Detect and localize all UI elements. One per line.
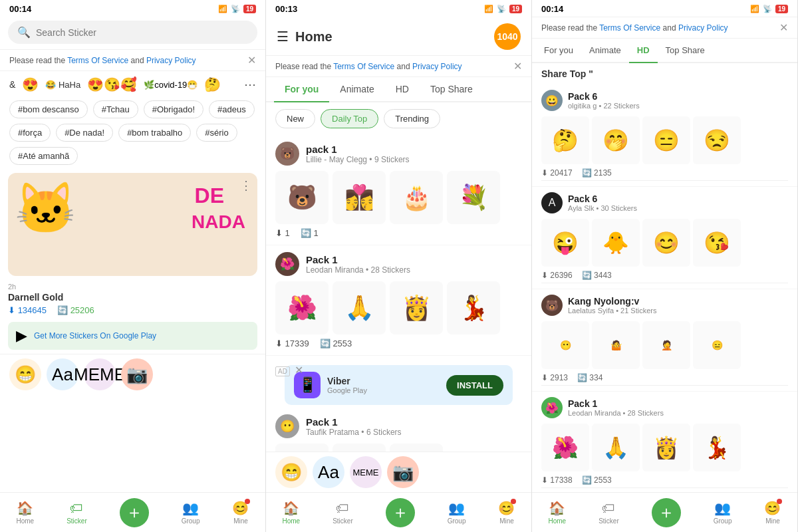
notice-close-2[interactable]: ✕ — [513, 60, 522, 72]
card-more-icon[interactable]: ⋮ — [240, 178, 252, 193]
notice-text-3: Please read the — [541, 23, 597, 33]
tab3-hd[interactable]: HD — [629, 39, 658, 63]
sticker-icon-meme-2[interactable]: MEME — [350, 456, 382, 488]
sticker3-3-4[interactable]: 😑 — [693, 321, 741, 369]
filter-new[interactable]: New — [275, 109, 315, 128]
sticker3-1-3[interactable]: 😑 — [642, 116, 690, 164]
hamburger-icon[interactable]: ☰ — [277, 29, 289, 45]
nav-add-btn-1[interactable]: ＋ — [120, 498, 149, 527]
sticker3-2-3[interactable]: 😊 — [642, 219, 690, 267]
tab-animate[interactable]: Animate — [329, 77, 384, 102]
sticker3-4-4[interactable]: 💃 — [693, 424, 741, 471]
filter-trending[interactable]: Trending — [384, 109, 440, 128]
privacy-link-1[interactable]: Privacy Policy — [146, 56, 196, 65]
sticker3-2-1[interactable]: 😜 — [541, 219, 589, 267]
sticker3-4-1[interactable]: 🌺 — [541, 424, 589, 471]
sticker-icon-camera-2[interactable]: 📷 — [387, 456, 419, 488]
ad-close[interactable]: ✕ — [295, 364, 303, 376]
sticker-2-3[interactable]: 👸 — [390, 281, 443, 334]
search-input[interactable] — [36, 27, 248, 38]
nav-add-btn-2[interactable]: ＋ — [386, 498, 415, 527]
pack-header-1: 🐻 pack 1 Lillie - May Clegg • 9 Stickers — [275, 142, 522, 166]
hashtag-obrigado[interactable]: #Obrigado! — [144, 100, 203, 118]
search-bar[interactable]: 🔍 — [8, 21, 257, 44]
sticker3-1-2[interactable]: 🤭 — [592, 116, 640, 164]
nav-group-1[interactable]: 👥 Group — [182, 500, 200, 525]
emoji-face[interactable]: 😍 — [22, 76, 39, 92]
sticker-icon-meme[interactable]: MEME — [84, 358, 116, 390]
sticker-icon-camera[interactable]: 📷 — [121, 358, 153, 390]
install-button[interactable]: INSTALL — [446, 375, 503, 396]
haha-emoji[interactable]: 😂 HaHa — [45, 80, 80, 90]
emoji-love[interactable]: 😍😘🥰 — [87, 76, 137, 92]
de-text: DE — [195, 184, 224, 208]
sticker-1-2[interactable]: 👩‍❤️‍💋‍👩 — [332, 171, 386, 224]
sticker3-4-2[interactable]: 🙏 — [592, 424, 640, 471]
gplay-link[interactable]: Get More Stickers On Google Play — [34, 331, 156, 340]
pack3-header-2: A Pack 6 Ayla Slk • 30 Stickers — [541, 192, 788, 213]
hashtag-denada[interactable]: #De nada! — [56, 124, 113, 142]
tab-hd[interactable]: HD — [385, 77, 420, 102]
sticker-icon-emoji-2[interactable]: 😁 — [275, 456, 307, 488]
notice-close-1[interactable]: ✕ — [247, 54, 256, 66]
sticker3-3-2[interactable]: 🤷 — [592, 321, 640, 369]
nav-mine-3[interactable]: 😊 Mine — [764, 500, 781, 525]
hashtag-serio[interactable]: #sério — [196, 124, 237, 142]
filter-daily-top[interactable]: Daily Top — [321, 109, 378, 128]
pack3-card-3: 🐻 Kang Nyolong:v Laelatus Syifa • 21 Sti… — [532, 289, 797, 392]
nav-group-3[interactable]: 👥 Group — [714, 500, 732, 525]
hashtag-tchau[interactable]: #Tchau — [93, 100, 138, 118]
notice-close-3[interactable]: ✕ — [779, 21, 788, 34]
nav-mine-2[interactable]: 😊 Mine — [498, 500, 515, 525]
hashtag-bom-trabalho[interactable]: #bom trabalho — [118, 124, 191, 142]
nav-add-btn-3[interactable]: ＋ — [652, 498, 681, 527]
nav-home-2[interactable]: 🏠 Home — [282, 500, 300, 525]
tab-for-you[interactable]: For you — [274, 77, 329, 102]
hashtag-ate-amanha[interactable]: #Até amanhã — [9, 147, 78, 165]
sticker-2-4[interactable]: 💃 — [447, 281, 500, 334]
sticker-1-1[interactable]: 🐻 — [275, 171, 329, 224]
sticker3-3-3[interactable]: 🤦 — [642, 321, 690, 369]
sticker3-1-1[interactable]: 🤔 — [541, 116, 589, 164]
nav-group-2[interactable]: 👥 Group — [448, 500, 466, 525]
emoji-think[interactable]: 🤔 — [204, 76, 221, 92]
sticker-1-3[interactable]: 🎂 — [390, 171, 443, 224]
sticker-icon-aa-2[interactable]: Aa — [313, 456, 344, 488]
card-creator-name: Darnell Gold — [0, 292, 265, 303]
terms-link-1[interactable]: Terms Of Service — [67, 56, 128, 65]
nav-home-1[interactable]: 🏠 Home — [16, 500, 34, 525]
sticker-2-1[interactable]: 🌺 — [275, 281, 329, 334]
gplay-banner[interactable]: ▶ Get More Stickers On Google Play — [8, 322, 257, 350]
sticker3-2-2[interactable]: 🐥 — [592, 219, 640, 267]
tab-top-share[interactable]: Top Share — [420, 77, 483, 102]
nav-sticker-2[interactable]: 🏷 Sticker — [332, 501, 353, 525]
emoji-covid[interactable]: 🌿covid-19😷 — [144, 80, 198, 90]
terms-link-3[interactable]: Terms Of Service — [599, 23, 660, 33]
hashtag-forca[interactable]: #força — [9, 124, 51, 142]
nav-sticker-3[interactable]: 🏷 Sticker — [598, 501, 619, 525]
privacy-link-3[interactable]: Privacy Policy — [678, 23, 728, 33]
privacy-link-2[interactable]: Privacy Policy — [412, 62, 462, 71]
sticker3-2-4[interactable]: 😘 — [693, 219, 741, 267]
tab3-top-share[interactable]: Top Share — [658, 39, 713, 63]
tab3-for-you[interactable]: For you — [536, 39, 581, 63]
terms-link-2[interactable]: Terms Of Service — [333, 62, 394, 71]
sticker-icon-emoji[interactable]: 😁 — [9, 358, 41, 390]
sticker3-3-1[interactable]: 😶 — [541, 321, 589, 369]
tab3-animate[interactable]: Animate — [581, 39, 629, 63]
sticker3-1-4[interactable]: 😒 — [693, 116, 741, 164]
nav-mine-1[interactable]: 😊 Mine — [232, 500, 249, 525]
hashtag-bom-descanso[interactable]: #bom descanso — [9, 100, 88, 118]
signal-icon-3: 📶 — [750, 5, 759, 13]
emoji-more-icon[interactable]: ⋯ — [244, 77, 256, 92]
battery-1: 19 — [243, 5, 256, 13]
pack3-stickers-1: 🤔 🤭 😑 😒 — [541, 116, 788, 164]
sticker3-4-3[interactable]: 👸 — [642, 424, 690, 471]
user-avatar[interactable]: 1040 — [494, 23, 521, 50]
hashtag-adeus[interactable]: #adeus — [209, 100, 255, 118]
sticker-1-4[interactable]: 💐 — [447, 171, 500, 224]
nav-home-3[interactable]: 🏠 Home — [548, 500, 566, 525]
status-bar-1: 00:14 📶 📡 19 — [0, 0, 265, 17]
sticker-2-2[interactable]: 🙏 — [332, 281, 386, 334]
nav-sticker-1[interactable]: 🏷 Sticker — [66, 501, 87, 525]
